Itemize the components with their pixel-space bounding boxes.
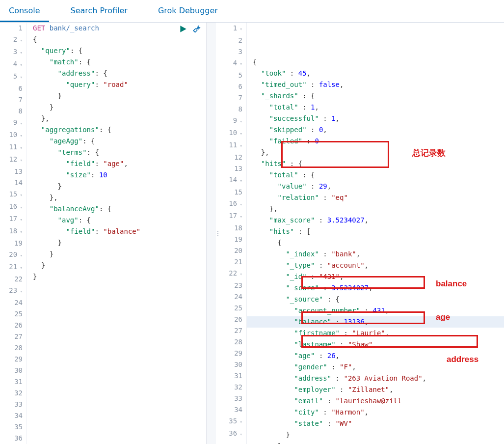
request-gutter: 1234567891011121314151617181920212223242… [0, 23, 27, 444]
devtools-tabbar: Console Search Profiler Grok Debugger [0, 0, 504, 23]
workspace: 1234567891011121314151617181920212223242… [0, 23, 504, 444]
response-gutter: 1234567891011121314151617181920212223242… [220, 23, 247, 444]
tab-console[interactable]: Console [0, 0, 49, 22]
request-editor-pane[interactable]: 1234567891011121314151617181920212223242… [0, 23, 216, 444]
tab-grok-debugger[interactable]: Grok Debugger [149, 0, 227, 22]
pane-divider[interactable] [216, 23, 220, 444]
response-viewer-pane: 1234567891011121314151617181920212223242… [220, 23, 504, 444]
response-code: { "took" : 45, "timed_out" : false, "_sh… [247, 23, 504, 444]
request-code[interactable]: GET bank/_search{ "query": { "match": { … [27, 23, 216, 444]
tab-search-profiler[interactable]: Search Profiler [62, 0, 136, 22]
